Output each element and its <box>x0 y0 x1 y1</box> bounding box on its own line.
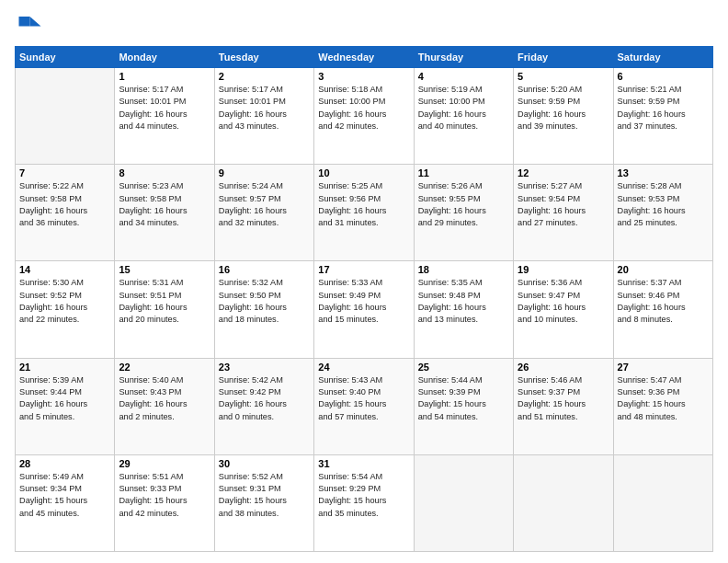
day-info: Sunrise: 5:35 AMSunset: 9:48 PMDaylight:… <box>418 277 509 326</box>
day-info: Sunrise: 5:26 AMSunset: 9:55 PMDaylight:… <box>418 180 509 229</box>
day-info: Sunrise: 5:31 AMSunset: 9:51 PMDaylight:… <box>119 277 210 326</box>
calendar-cell: 21Sunrise: 5:39 AMSunset: 9:44 PMDayligh… <box>16 358 115 454</box>
weekday-header: Monday <box>115 47 214 68</box>
calendar-cell <box>514 454 613 551</box>
day-number: 4 <box>418 71 509 82</box>
day-info: Sunrise: 5:22 AMSunset: 9:58 PMDaylight:… <box>19 180 110 229</box>
day-info: Sunrise: 5:19 AMSunset: 10:00 PMDaylight… <box>418 84 509 132</box>
calendar-cell <box>613 454 712 551</box>
day-number: 9 <box>219 167 310 178</box>
calendar-cell: 16Sunrise: 5:32 AMSunset: 9:50 PMDayligh… <box>214 261 313 358</box>
calendar-cell: 3Sunrise: 5:18 AMSunset: 10:00 PMDayligh… <box>314 68 414 165</box>
day-number: 18 <box>418 264 509 275</box>
day-number: 25 <box>418 362 509 373</box>
calendar-cell: 15Sunrise: 5:31 AMSunset: 9:51 PMDayligh… <box>115 261 214 358</box>
day-info: Sunrise: 5:27 AMSunset: 9:54 PMDaylight:… <box>518 180 609 229</box>
day-number: 7 <box>19 167 110 178</box>
day-info: Sunrise: 5:36 AMSunset: 9:47 PMDaylight:… <box>518 277 609 326</box>
day-number: 29 <box>119 458 210 469</box>
weekday-header: Tuesday <box>214 47 313 68</box>
day-number: 24 <box>318 362 409 373</box>
day-info: Sunrise: 5:37 AMSunset: 9:46 PMDaylight:… <box>618 277 709 326</box>
page: SundayMondayTuesdayWednesdayThursdayFrid… <box>0 0 728 563</box>
day-number: 5 <box>518 71 609 82</box>
weekday-row: SundayMondayTuesdayWednesdayThursdayFrid… <box>16 47 713 68</box>
day-number: 31 <box>318 458 409 469</box>
svg-marker-0 <box>30 17 41 27</box>
logo <box>15 11 44 39</box>
day-info: Sunrise: 5:39 AMSunset: 9:44 PMDaylight:… <box>19 374 110 423</box>
calendar-cell: 19Sunrise: 5:36 AMSunset: 9:47 PMDayligh… <box>514 261 613 358</box>
day-info: Sunrise: 5:33 AMSunset: 9:49 PMDaylight:… <box>318 277 409 326</box>
day-number: 17 <box>318 264 409 275</box>
day-number: 30 <box>219 458 310 469</box>
day-info: Sunrise: 5:51 AMSunset: 9:33 PMDaylight:… <box>119 471 210 520</box>
calendar-cell: 8Sunrise: 5:23 AMSunset: 9:58 PMDaylight… <box>115 165 214 261</box>
day-number: 23 <box>219 362 310 373</box>
day-number: 19 <box>518 264 609 275</box>
calendar-cell: 14Sunrise: 5:30 AMSunset: 9:52 PMDayligh… <box>16 261 115 358</box>
calendar-cell: 6Sunrise: 5:21 AMSunset: 9:59 PMDaylight… <box>613 68 712 165</box>
day-info: Sunrise: 5:43 AMSunset: 9:40 PMDaylight:… <box>318 374 409 423</box>
calendar-cell: 18Sunrise: 5:35 AMSunset: 9:48 PMDayligh… <box>414 261 513 358</box>
day-number: 22 <box>119 362 210 373</box>
day-info: Sunrise: 5:32 AMSunset: 9:50 PMDaylight:… <box>219 277 310 326</box>
calendar-week-row: 7Sunrise: 5:22 AMSunset: 9:58 PMDaylight… <box>16 165 713 261</box>
calendar-cell: 2Sunrise: 5:17 AMSunset: 10:01 PMDayligh… <box>214 68 313 165</box>
calendar-week-row: 14Sunrise: 5:30 AMSunset: 9:52 PMDayligh… <box>16 261 713 358</box>
calendar-cell: 24Sunrise: 5:43 AMSunset: 9:40 PMDayligh… <box>314 358 414 454</box>
calendar-cell: 13Sunrise: 5:28 AMSunset: 9:53 PMDayligh… <box>613 165 712 261</box>
weekday-header: Saturday <box>613 47 712 68</box>
day-number: 27 <box>618 362 709 373</box>
calendar-cell: 26Sunrise: 5:46 AMSunset: 9:37 PMDayligh… <box>514 358 613 454</box>
calendar-header: SundayMondayTuesdayWednesdayThursdayFrid… <box>16 47 713 68</box>
day-number: 20 <box>618 264 709 275</box>
calendar-cell: 17Sunrise: 5:33 AMSunset: 9:49 PMDayligh… <box>314 261 414 358</box>
weekday-header: Friday <box>514 47 613 68</box>
day-info: Sunrise: 5:25 AMSunset: 9:56 PMDaylight:… <box>318 180 409 229</box>
calendar-cell: 23Sunrise: 5:42 AMSunset: 9:42 PMDayligh… <box>214 358 313 454</box>
day-info: Sunrise: 5:17 AMSunset: 10:01 PMDaylight… <box>119 84 210 132</box>
day-number: 6 <box>618 71 709 82</box>
day-info: Sunrise: 5:20 AMSunset: 9:59 PMDaylight:… <box>518 84 609 132</box>
calendar-cell: 7Sunrise: 5:22 AMSunset: 9:58 PMDaylight… <box>16 165 115 261</box>
calendar-cell: 29Sunrise: 5:51 AMSunset: 9:33 PMDayligh… <box>115 454 214 551</box>
day-number: 10 <box>318 167 409 178</box>
calendar-cell <box>414 454 513 551</box>
day-info: Sunrise: 5:40 AMSunset: 9:43 PMDaylight:… <box>119 374 210 423</box>
day-info: Sunrise: 5:46 AMSunset: 9:37 PMDaylight:… <box>518 374 609 423</box>
calendar-body: 1Sunrise: 5:17 AMSunset: 10:01 PMDayligh… <box>16 68 713 552</box>
day-number: 21 <box>19 362 110 373</box>
day-info: Sunrise: 5:28 AMSunset: 9:53 PMDaylight:… <box>618 180 709 229</box>
day-number: 11 <box>418 167 509 178</box>
day-number: 28 <box>19 458 110 469</box>
calendar-cell: 31Sunrise: 5:54 AMSunset: 9:29 PMDayligh… <box>314 454 414 551</box>
day-info: Sunrise: 5:52 AMSunset: 9:31 PMDaylight:… <box>219 471 310 520</box>
calendar-cell: 30Sunrise: 5:52 AMSunset: 9:31 PMDayligh… <box>214 454 313 551</box>
calendar-cell: 12Sunrise: 5:27 AMSunset: 9:54 PMDayligh… <box>514 165 613 261</box>
weekday-header: Thursday <box>414 47 513 68</box>
day-info: Sunrise: 5:47 AMSunset: 9:36 PMDaylight:… <box>618 374 709 423</box>
day-number: 13 <box>618 167 709 178</box>
calendar-cell: 25Sunrise: 5:44 AMSunset: 9:39 PMDayligh… <box>414 358 513 454</box>
day-number: 15 <box>119 264 210 275</box>
day-number: 2 <box>219 71 310 82</box>
day-info: Sunrise: 5:30 AMSunset: 9:52 PMDaylight:… <box>19 277 110 326</box>
day-info: Sunrise: 5:24 AMSunset: 9:57 PMDaylight:… <box>219 180 310 229</box>
day-number: 8 <box>119 167 210 178</box>
calendar-cell: 11Sunrise: 5:26 AMSunset: 9:55 PMDayligh… <box>414 165 513 261</box>
day-info: Sunrise: 5:54 AMSunset: 9:29 PMDaylight:… <box>318 471 409 520</box>
calendar-cell: 22Sunrise: 5:40 AMSunset: 9:43 PMDayligh… <box>115 358 214 454</box>
calendar-week-row: 1Sunrise: 5:17 AMSunset: 10:01 PMDayligh… <box>16 68 713 165</box>
day-info: Sunrise: 5:18 AMSunset: 10:00 PMDaylight… <box>318 84 409 132</box>
day-info: Sunrise: 5:17 AMSunset: 10:01 PMDaylight… <box>219 84 310 132</box>
logo-icon <box>15 11 42 39</box>
calendar-cell <box>16 68 115 165</box>
calendar-week-row: 21Sunrise: 5:39 AMSunset: 9:44 PMDayligh… <box>16 358 713 454</box>
day-info: Sunrise: 5:42 AMSunset: 9:42 PMDaylight:… <box>219 374 310 423</box>
weekday-header: Sunday <box>16 47 115 68</box>
svg-rect-1 <box>19 17 30 27</box>
day-info: Sunrise: 5:23 AMSunset: 9:58 PMDaylight:… <box>119 180 210 229</box>
calendar-cell: 9Sunrise: 5:24 AMSunset: 9:57 PMDaylight… <box>214 165 313 261</box>
calendar-cell: 5Sunrise: 5:20 AMSunset: 9:59 PMDaylight… <box>514 68 613 165</box>
